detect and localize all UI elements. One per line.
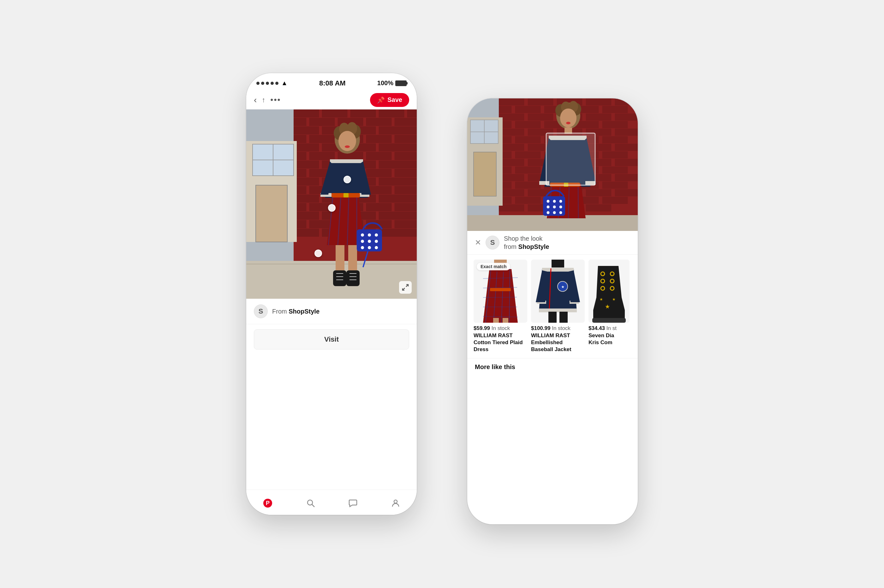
svg-rect-2 <box>294 110 319 117</box>
svg-rect-64 <box>366 220 391 228</box>
visit-button[interactable]: Visit <box>254 329 409 350</box>
expand-icon[interactable] <box>399 281 412 294</box>
price-value-1: $59.99 <box>474 325 490 331</box>
svg-point-104 <box>361 233 364 237</box>
svg-rect-151 <box>602 136 628 143</box>
svg-rect-176 <box>615 174 638 181</box>
chat-icon <box>348 498 358 508</box>
svg-rect-29 <box>395 152 417 160</box>
battery-percentage: 100% <box>377 80 393 87</box>
svg-rect-123 <box>528 98 553 105</box>
name-1: Cotton Tiered Plaid Dress <box>474 339 523 352</box>
product-card-1[interactable]: Exact match <box>474 260 527 353</box>
svg-rect-133 <box>528 114 553 120</box>
svg-rect-7 <box>294 118 306 126</box>
svg-rect-141 <box>602 121 628 128</box>
signal-dot-4 <box>271 82 274 85</box>
svg-rect-242 <box>493 318 499 323</box>
stock-1: In stock <box>492 325 510 331</box>
svg-rect-39 <box>294 178 319 186</box>
svg-rect-47 <box>395 186 417 194</box>
svg-rect-125 <box>586 98 611 105</box>
svg-rect-20 <box>395 135 417 143</box>
svg-rect-3 <box>322 110 347 117</box>
pin-icon-white: 📌 <box>377 96 385 104</box>
svg-rect-254 <box>559 312 568 323</box>
price-value-2: $100.99 <box>531 325 550 331</box>
svg-rect-93 <box>335 245 344 273</box>
nav-profile[interactable] <box>391 498 400 508</box>
svg-point-83 <box>345 146 350 148</box>
svg-point-110 <box>361 246 364 249</box>
product-boot-svg: ★ ★ ★ <box>588 260 630 323</box>
svg-rect-27 <box>338 152 363 160</box>
svg-rect-33 <box>379 160 417 168</box>
svg-rect-4 <box>350 110 376 117</box>
signal-dot-1 <box>256 82 260 85</box>
status-time: 8:08 AM <box>319 79 346 87</box>
svg-point-226 <box>547 212 550 214</box>
svg-rect-57 <box>294 212 319 219</box>
dot-marker-2[interactable] <box>328 204 335 212</box>
product-image-1: Exact match <box>474 260 527 323</box>
svg-point-117 <box>308 500 313 505</box>
nav-bar-left: ‹ ↑ ••• 📌 Save <box>246 90 417 110</box>
svg-rect-74 <box>256 185 287 242</box>
share-button[interactable]: ↑ <box>262 96 265 104</box>
right-phone-content: ✕ S Shop the look from ShopStyle Exact m… <box>467 98 638 524</box>
product-price-3: $34.43 In st <box>588 325 630 332</box>
svg-rect-135 <box>586 114 611 120</box>
svg-rect-42 <box>379 178 417 186</box>
svg-point-220 <box>547 200 550 203</box>
svg-rect-243 <box>503 318 508 323</box>
battery-fill <box>396 81 406 86</box>
svg-rect-191 <box>602 197 628 204</box>
dot-marker-3[interactable] <box>314 249 322 257</box>
pin-source-text: From ShopStyle <box>272 308 320 315</box>
exact-match-badge: Exact match <box>477 263 510 270</box>
more-like-this-title: More like this <box>475 363 630 370</box>
more-button[interactable]: ••• <box>270 95 281 105</box>
svg-rect-17 <box>310 135 335 143</box>
svg-point-223 <box>547 206 550 208</box>
svg-text:★: ★ <box>600 297 603 302</box>
product-price-1: $59.99 In stock <box>474 325 527 332</box>
more-section: More like this <box>467 358 638 375</box>
dot-marker-1[interactable] <box>343 176 351 183</box>
svg-rect-30 <box>294 160 319 168</box>
svg-rect-21 <box>294 144 319 152</box>
product-card-2[interactable]: ★ $100.99 In stock <box>531 260 585 353</box>
battery-area: 100% <box>377 80 407 87</box>
name-3: Kris Com <box>588 339 612 345</box>
right-phone: ✕ S Shop the look from ShopStyle Exact m… <box>467 98 638 524</box>
svg-rect-66 <box>294 229 319 237</box>
svg-point-228 <box>559 212 562 214</box>
svg-rect-131 <box>602 106 628 113</box>
svg-rect-19 <box>366 135 391 143</box>
svg-rect-186 <box>615 189 638 196</box>
shop-source-name: ShopStyle <box>519 243 549 250</box>
svg-rect-24 <box>379 144 417 152</box>
save-label: Save <box>387 96 402 104</box>
svg-point-106 <box>375 233 378 237</box>
product-name-3: Seven Dia Kris Com <box>588 332 630 346</box>
bottom-nav-left: P <box>246 490 417 515</box>
svg-rect-128 <box>515 106 541 113</box>
nav-messages[interactable] <box>348 498 358 508</box>
save-button[interactable]: 📌 Save <box>370 93 409 107</box>
pinterest-icon: P <box>263 498 273 508</box>
svg-rect-95 <box>333 270 346 286</box>
svg-line-118 <box>312 504 314 507</box>
svg-rect-69 <box>379 229 417 237</box>
brand-1: WILLIAM RAST <box>474 333 513 339</box>
phones-container: ▲ 8:08 AM 100% ‹ ↑ ••• 📌 Save <box>221 42 663 546</box>
shop-title: Shop the look from ShopStyle <box>504 234 630 251</box>
nav-home[interactable]: P <box>263 498 273 508</box>
product-card-3[interactable]: ★ ★ ★ $34.43 In st Seven Dia Kris Com <box>588 260 630 353</box>
back-button[interactable]: ‹ <box>254 95 257 105</box>
product-image-3: ★ ★ ★ <box>588 260 630 323</box>
svg-rect-48 <box>294 195 319 202</box>
svg-rect-38 <box>395 169 417 177</box>
nav-search[interactable] <box>306 498 316 508</box>
close-button[interactable]: ✕ <box>475 238 481 247</box>
